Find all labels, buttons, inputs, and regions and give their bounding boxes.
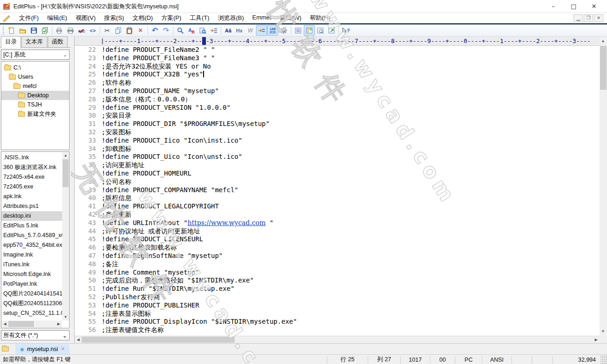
save-all-button[interactable] bbox=[39, 25, 51, 36]
code-line[interactable]: 39!define PRODUCT_COMPANYNAME "mefcl" bbox=[75, 186, 600, 195]
code-line[interactable]: 37!define PRODUCT_HOMEURL bbox=[75, 169, 600, 178]
replace-button[interactable]: AB bbox=[186, 25, 197, 36]
tree-item[interactable]: TSJH bbox=[1, 100, 69, 109]
goto-line-button[interactable] bbox=[256, 25, 267, 36]
menu-item[interactable]: 文件(F) bbox=[15, 13, 43, 23]
scrollbar-thumb[interactable] bbox=[82, 337, 235, 343]
code-line[interactable]: 33!define PRODUCT_Iico "Icon\inst.ico" bbox=[75, 137, 600, 145]
code-line[interactable]: 34;卸载图标 bbox=[75, 145, 600, 153]
code-line[interactable]: 30;安装目录 bbox=[75, 112, 600, 120]
code-line[interactable]: 23!define PRODUCT_FileName3 " " bbox=[75, 54, 600, 63]
menu-item[interactable]: 帮助(H) bbox=[306, 13, 334, 23]
scroll-left-icon[interactable]: ◀ bbox=[75, 336, 82, 343]
folder-icon[interactable] bbox=[2, 346, 9, 351]
code-line[interactable]: 35!define PRODUCT_Uico "Icon\unst.ico" bbox=[75, 153, 600, 161]
document-tab[interactable]: ◈ mysetup.nsi ✕ bbox=[15, 344, 70, 354]
menu-item[interactable]: Emmet bbox=[248, 13, 275, 23]
file-list-item[interactable]: QQ图片202404141541 bbox=[1, 289, 62, 299]
toolbar-grip[interactable] bbox=[2, 26, 5, 35]
output-panel-button[interactable] bbox=[315, 25, 326, 36]
file-list-item[interactable]: Microsoft Edge.lnk bbox=[1, 270, 62, 279]
find-in-files-button[interactable] bbox=[197, 25, 208, 36]
code-line[interactable]: 26;软件名称 bbox=[75, 79, 600, 87]
code-line[interactable]: 22!define PRODUCT_FileName2 " " bbox=[75, 46, 600, 54]
copy-button[interactable] bbox=[113, 25, 124, 36]
code-line[interactable]: 28;版本信息（格式：0.0.0.0） bbox=[75, 95, 600, 104]
browser-panel-button[interactable] bbox=[326, 25, 337, 36]
menu-item[interactable]: 浏览器(B) bbox=[214, 13, 248, 23]
context-help-button[interactable]: ? bbox=[340, 25, 351, 36]
print-button[interactable] bbox=[65, 25, 76, 36]
code-line[interactable]: 42;产品更新 bbox=[75, 211, 600, 219]
undo-button[interactable]: ↶ bbox=[149, 25, 160, 36]
file-list-item[interactable]: QQ截图202405112306 bbox=[1, 299, 62, 308]
code-line[interactable]: 31!define PRODUCT_DIR "$PROGRAMFILES\mys… bbox=[75, 120, 600, 128]
mdi-minimize-button[interactable]: ▁ bbox=[574, 14, 583, 22]
minimize-button[interactable]: – bbox=[543, 0, 563, 13]
menu-item[interactable]: 文档(D) bbox=[128, 13, 157, 23]
tree-item[interactable]: 新建文件夹 bbox=[1, 109, 69, 119]
code-line[interactable]: 56;注册表键值文件名称 bbox=[75, 326, 600, 334]
file-list-item[interactable]: 7z2405-x64.exe bbox=[1, 172, 62, 182]
tree-item[interactable]: C:\ bbox=[1, 63, 69, 72]
code-line[interactable]: 36;访问更新地址 bbox=[75, 161, 600, 169]
goto-list-button[interactable] bbox=[208, 25, 219, 36]
file-list-item[interactable]: iTunes.lnk bbox=[1, 260, 62, 270]
code-line[interactable]: 44;许可协议地址 或者访问更新地址 bbox=[75, 227, 600, 236]
word-wrap-button[interactable]: W bbox=[245, 25, 256, 36]
code-line[interactable]: 50;完成后启动，需包含路径如 "$INSTDIR\my.exe" bbox=[75, 276, 600, 285]
sidebar-tab-函数[interactable]: 函数 bbox=[48, 36, 68, 47]
file-list-item[interactable]: 7z2405.exe bbox=[1, 182, 62, 192]
scroll-up-icon[interactable]: ▲ bbox=[600, 38, 607, 44]
code-line[interactable]: 29!define PRODUCT_VERSION "1.0.0.0" bbox=[75, 104, 600, 112]
code-line[interactable]: 38;公司名称 bbox=[75, 178, 600, 186]
close-button[interactable]: ✕ bbox=[584, 0, 604, 13]
save-button[interactable] bbox=[28, 25, 39, 36]
maximize-button[interactable]: □ bbox=[563, 0, 584, 13]
file-list-item[interactable]: EditPlus_5.7.0.4589_x6 bbox=[1, 231, 62, 240]
find-button[interactable] bbox=[175, 25, 186, 36]
code-line[interactable]: 32;安装图标 bbox=[75, 128, 600, 137]
scroll-down-icon[interactable]: ▼ bbox=[600, 328, 607, 335]
tab-close-icon[interactable]: ✕ bbox=[61, 346, 65, 352]
tree-item[interactable]: Users bbox=[1, 72, 69, 82]
file-list-horizontal-scrollbar[interactable]: ◀ ▶ bbox=[1, 320, 62, 328]
scrollbar-thumb[interactable] bbox=[63, 159, 69, 187]
file-list-item[interactable]: EditPlus 5.lnk bbox=[1, 221, 62, 231]
code-line[interactable]: 54;注册表显示图标 bbox=[75, 310, 600, 318]
file-filter-selector[interactable]: 所有文件 (*.*) ⌄ bbox=[1, 330, 70, 340]
menu-item[interactable]: 搜索(S) bbox=[100, 13, 128, 23]
cliptext-panel-button[interactable] bbox=[293, 25, 304, 36]
code-line[interactable]: 40;版权信息 bbox=[75, 194, 600, 202]
code-line[interactable]: 43!define URLInfoAbout "https://www.wyca… bbox=[75, 219, 600, 227]
hex-view-button[interactable]: Hx bbox=[234, 25, 245, 36]
tree-item[interactable]: Desktop bbox=[1, 91, 69, 100]
file-list-item[interactable]: 360 极速浏览器X.lnk bbox=[1, 163, 62, 172]
scroll-down-icon[interactable]: ▼ bbox=[62, 314, 69, 320]
menu-item[interactable]: 视图(V) bbox=[71, 13, 100, 23]
code-line[interactable]: 49!define Comment "mysetup" bbox=[75, 269, 600, 277]
menu-item[interactable]: 工具(T) bbox=[185, 13, 214, 23]
scroll-right-icon[interactable]: ▶ bbox=[593, 336, 600, 343]
file-list-item[interactable]: desktop.ini bbox=[1, 211, 62, 221]
preferences-button[interactable] bbox=[278, 25, 289, 36]
cut-button[interactable]: ✂ bbox=[102, 25, 113, 36]
file-list-item[interactable]: PotPlayer.lnk bbox=[1, 279, 62, 289]
print-preview-button[interactable] bbox=[54, 25, 65, 36]
editor-horizontal-scrollbar[interactable]: ◀ ▶ bbox=[75, 336, 600, 343]
file-list-item[interactable]: apk.lnk bbox=[1, 192, 62, 201]
scroll-left-icon[interactable]: ◀ bbox=[1, 320, 8, 327]
scroll-up-icon[interactable]: ▲ bbox=[62, 152, 69, 159]
menu-item[interactable]: 窗口(W) bbox=[275, 13, 306, 23]
code-line[interactable]: 27!define PRODUCT_NAME "mysetup" bbox=[75, 87, 600, 95]
file-list-item[interactable]: Imagine.lnk bbox=[1, 250, 62, 260]
new-document-button[interactable] bbox=[6, 25, 17, 36]
code-line[interactable]: 51!define Run "$INSTDIR\mysetup.exe" bbox=[75, 285, 600, 293]
html-toolbar-button[interactable]: <> bbox=[87, 25, 98, 36]
line-numbers-button[interactable]: 1AB2CD bbox=[267, 25, 278, 36]
resize-grip[interactable] bbox=[601, 355, 607, 364]
code-line[interactable]: 48;备注 bbox=[75, 260, 600, 269]
file-list-item[interactable]: .NSIS..lnk bbox=[1, 153, 62, 163]
tree-item[interactable]: mefcl bbox=[1, 82, 69, 91]
directory-panel-button[interactable] bbox=[304, 25, 315, 36]
